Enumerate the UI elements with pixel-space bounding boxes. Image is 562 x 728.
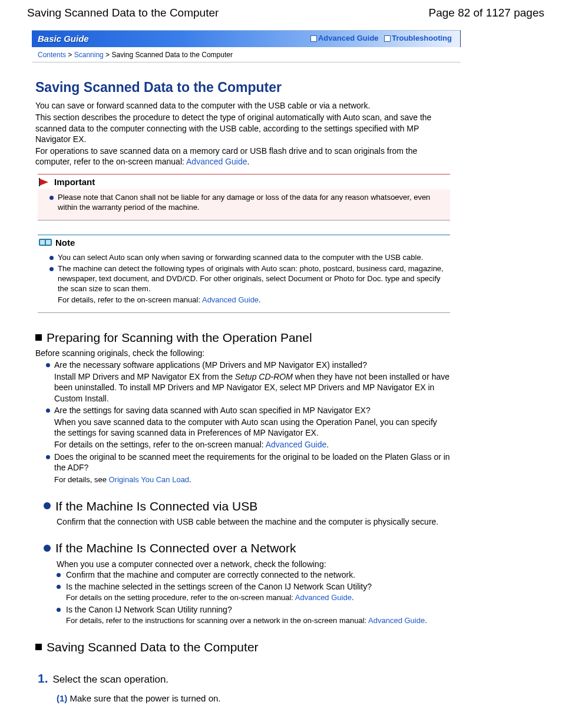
prep-b3: Does the original to be scanned meet the… [35, 452, 450, 473]
prep-list: Are the necessary software applications … [35, 360, 450, 485]
advanced-guide-link[interactable]: Advanced Guide [202, 295, 259, 304]
svg-rect-3 [40, 240, 45, 245]
divider [32, 62, 461, 62]
note-callout: Note You can select Auto scan only when … [38, 235, 450, 313]
step-1-num: 1. [38, 670, 48, 686]
net-b2-tail-text: For details on the setting procedure, re… [66, 593, 295, 602]
advanced-guide-link[interactable]: Advanced Guide [368, 616, 425, 625]
net-b3-tail-text: For details, refer to the instructions f… [66, 616, 368, 625]
usb-heading: If the Machine Is Connected via USB [44, 498, 450, 514]
save-heading: Saving Scanned Data to the Computer [35, 639, 450, 655]
breadcrumb-contents[interactable]: Contents [38, 51, 66, 59]
prep-intro: Before scanning originals, check the fol… [35, 348, 450, 358]
advanced-guide-link[interactable]: Advanced Guide [295, 593, 352, 602]
svg-marker-0 [39, 179, 48, 186]
guide-bar-links: Advanced Guide Troubleshooting [310, 34, 455, 44]
intro-p1: You can save or forward scanned data to … [35, 100, 450, 111]
intro-p3: For operations to save scanned data on a… [35, 146, 450, 167]
page-header-row: Saving Scanned Data to the Computer Page… [27, 6, 544, 21]
originals-link[interactable]: Originals You Can Load [109, 475, 190, 484]
page-indicator: Page 82 of 1127 pages [428, 6, 544, 21]
prep-b2: Are the settings for saving data scanned… [35, 405, 450, 416]
breadcrumb-current: Saving Scanned Data to the Computer [111, 51, 232, 59]
usb-body: Confirm that the connection with USB cab… [57, 516, 450, 527]
content-area: Saving Scanned Data to the Computer You … [35, 79, 450, 704]
svg-rect-1 [39, 178, 40, 186]
advanced-guide-link[interactable]: Advanced Guide [186, 157, 247, 166]
note-body: You can select Auto scan only when savin… [38, 249, 450, 312]
page-title: Saving Scanned Data to the Computer [35, 79, 450, 97]
usb-heading-text: If the Machine Is Connected via USB [55, 498, 257, 514]
important-label: Important [54, 176, 95, 188]
substep-1: (1) Make sure that the power is turned o… [57, 693, 450, 704]
net-heading: If the Machine Is Connected over a Netwo… [44, 540, 450, 556]
important-callout: Important Please note that Canon shall n… [38, 174, 450, 220]
circle-bullet-icon [44, 545, 51, 552]
square-bullet-icon [35, 334, 42, 341]
net-intro: When you use a computer connected over a… [57, 559, 450, 569]
circle-bullet-icon [44, 502, 51, 509]
guide-bar-title: Basic Guide [38, 33, 89, 45]
square-icon [384, 35, 391, 42]
net-b3-tail: For details, refer to the instructions f… [57, 616, 450, 626]
note-b1: You can select Auto scan only when savin… [49, 253, 444, 263]
advanced-guide-link[interactable]: Advanced Guide [266, 440, 327, 449]
prep-b1-sub: Install MP Drivers and MP Navigator EX f… [35, 371, 450, 404]
prep-b2-tail-text: For details on the settings, refer to th… [54, 440, 266, 449]
step-1-text: Select the scan operation. [53, 673, 169, 686]
doc-title-header: Saving Scanned Data to the Computer [27, 6, 219, 21]
prep-b3-tail-text: For details, see [54, 475, 109, 484]
note-head: Note [38, 235, 450, 250]
breadcrumb: Contents > Scanning > Saving Scanned Dat… [38, 51, 544, 60]
important-head: Important [38, 174, 450, 189]
prep-b2-sub: When you save scanned data to the comput… [35, 417, 450, 438]
advanced-guide-link[interactable]: Advanced Guide [318, 34, 379, 42]
net-body: When you use a computer connected over a… [57, 559, 450, 627]
net-b2: Is the machine selected in the settings … [57, 581, 450, 592]
note-label: Note [55, 237, 75, 249]
prep-b3-tail: For details, see Originals You Can Load. [35, 475, 450, 485]
step-1: 1. Select the scan operation. [38, 670, 450, 686]
page-root: Saving Scanned Data to the Computer Page… [0, 0, 562, 727]
prep-b1: Are the necessary software applications … [35, 360, 450, 370]
prep-heading: Preparing for Scanning with the Operatio… [35, 330, 450, 345]
important-text: Please note that Canon shall not be liab… [49, 193, 444, 213]
setup-cdrom-text: Setup CD-ROM [235, 372, 293, 381]
note-b2-tail-text: For details, refer to the on-screen manu… [58, 295, 202, 304]
breadcrumb-scanning[interactable]: Scanning [74, 51, 104, 59]
substep-1-text: Make sure that the power is turned on. [67, 693, 220, 703]
note-b2: The machine can detect the following typ… [49, 264, 444, 294]
important-body: Please note that Canon shall not be liab… [38, 189, 450, 220]
prep-b2-tail: For details on the settings, refer to th… [35, 439, 450, 450]
troubleshooting-link[interactable]: Troubleshooting [392, 34, 452, 42]
intro-p2: This section describes the procedure to … [35, 112, 450, 144]
net-heading-text: If the Machine Is Connected over a Netwo… [55, 540, 296, 556]
net-b3: Is the Canon IJ Network Scan Utility run… [57, 604, 450, 615]
flag-icon [39, 178, 51, 186]
net-b2-tail: For details on the setting procedure, re… [57, 593, 450, 603]
save-heading-text: Saving Scanned Data to the Computer [47, 639, 259, 655]
svg-rect-4 [46, 240, 51, 245]
substep-1-num: (1) [57, 693, 67, 703]
prep-b1-sub-a: Install MP Drivers and MP Navigator EX f… [54, 372, 235, 381]
note-b2-tail: For details, refer to the on-screen manu… [49, 295, 444, 305]
square-icon [310, 35, 317, 42]
prep-heading-text: Preparing for Scanning with the Operatio… [47, 330, 312, 345]
square-bullet-icon [35, 644, 42, 650]
guide-bar: Basic Guide Advanced Guide Troubleshooti… [32, 30, 461, 47]
book-icon [39, 238, 52, 246]
net-b1: Confirm that the machine and computer ar… [57, 569, 450, 580]
